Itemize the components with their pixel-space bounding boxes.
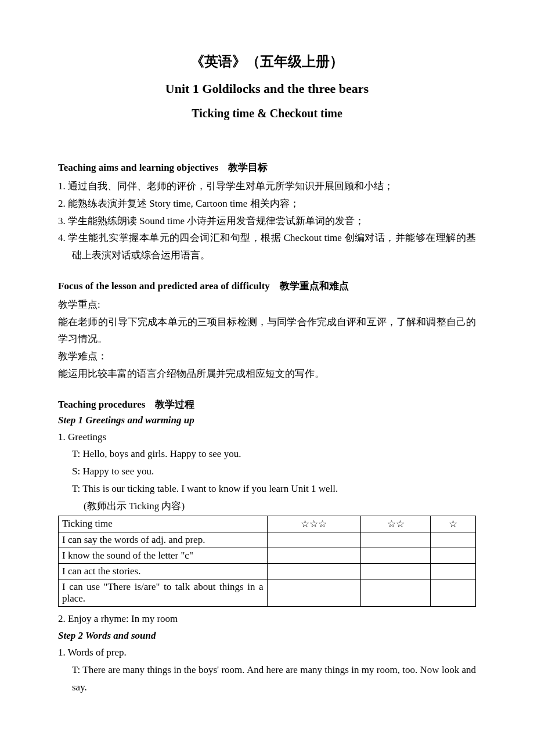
table-cell: I can say the words of adj. and prep. [59, 532, 268, 548]
table-cell: I can use "There is/are" to talk about t… [59, 579, 268, 607]
title-unit: Unit 1 Goldilocks and the three bears [58, 81, 476, 96]
table-row: I know the sound of the letter "c" [59, 548, 476, 564]
focus-key-label: 教学重点: [58, 296, 476, 314]
focus-heading: Focus of the lesson and predicted area o… [58, 279, 476, 293]
step2-heading: Step 2 Words and sound [58, 630, 476, 642]
title-main: 《英语》（五年级上册） [58, 52, 476, 71]
th-two-stars: ☆☆ [361, 516, 431, 532]
document-page: 《英语》（五年级上册） Unit 1 Goldilocks and the th… [0, 0, 534, 730]
table-header-row: Ticking time ☆☆☆ ☆☆ ☆ [59, 516, 476, 532]
th-one-star: ☆ [430, 516, 475, 532]
aim-item-3: 3. 学生能熟练朗读 Sound time 小诗并运用发音规律尝试新单词的发音； [58, 213, 476, 230]
focus-diff-text: 能运用比较丰富的语言介绍物品所属并完成相应短文的写作。 [58, 365, 476, 383]
table-cell [267, 532, 361, 548]
step1-line-4: (教师出示 Ticking 内容) [58, 498, 476, 515]
table-cell [267, 564, 361, 579]
table-cell [361, 564, 431, 579]
focus-diff-label: 教学难点： [58, 348, 476, 365]
table-cell: I can act the stories. [59, 564, 268, 579]
step1-line-2: S: Happy to see you. [58, 463, 476, 480]
teaching-aims-block: Teaching aims and learning objectives 教学… [58, 161, 476, 264]
ticking-table: Ticking time ☆☆☆ ☆☆ ☆ I can say the word… [58, 516, 476, 607]
table-cell [430, 532, 475, 548]
procedures-block: Teaching procedures 教学过程 Step 1 Greeting… [58, 398, 476, 696]
step2-line: T: There are many things in the boys' ro… [58, 661, 476, 696]
table-cell [361, 548, 431, 564]
table-cell [430, 548, 475, 564]
title-section: Ticking time & Checkout time [58, 107, 476, 120]
aim-item-1: 1. 通过自我、同伴、老师的评价，引导学生对单元所学知识开展回顾和小结； [58, 178, 476, 195]
table-cell [430, 564, 475, 579]
th-ticking-time: Ticking time [59, 516, 268, 532]
step1-line-1: T: Hello, boys and girls. Happy to see y… [58, 445, 476, 463]
table-cell [361, 532, 431, 548]
table-cell [361, 579, 431, 607]
aim-item-2: 2. 能熟练表演并复述 Story time, Cartoon time 相关内… [58, 195, 476, 213]
th-three-stars: ☆☆☆ [267, 516, 361, 532]
aim-item-4: 4. 学生能扎实掌握本单元的四会词汇和句型，根据 Checkout time 创… [58, 229, 476, 264]
aims-heading: Teaching aims and learning objectives 教学… [58, 161, 476, 174]
procedures-heading: Teaching procedures 教学过程 [58, 398, 476, 411]
step1-enjoy-rhyme: 2. Enjoy a rhyme: In my room [58, 610, 476, 628]
table-cell [267, 579, 361, 607]
focus-block: Focus of the lesson and predicted area o… [58, 279, 476, 383]
table-row: I can use "There is/are" to talk about t… [59, 579, 476, 607]
table-row: I can say the words of adj. and prep. [59, 532, 476, 548]
table-cell [430, 579, 475, 607]
step1-heading: Step 1 Greetings and warming up [58, 415, 476, 426]
focus-key-text: 能在老师的引导下完成本单元的三项目标检测，与同学合作完成自评和互评，了解和调整自… [58, 314, 476, 348]
table-cell: I know the sound of the letter "c" [59, 548, 268, 564]
step2-item-1: 1. Words of prep. [58, 644, 476, 661]
step1-line-3: T: This is our ticking table. I want to … [58, 480, 476, 498]
table-cell [267, 548, 361, 564]
step1-greetings-label: 1. Greetings [58, 429, 476, 446]
table-row: I can act the stories. [59, 564, 476, 579]
